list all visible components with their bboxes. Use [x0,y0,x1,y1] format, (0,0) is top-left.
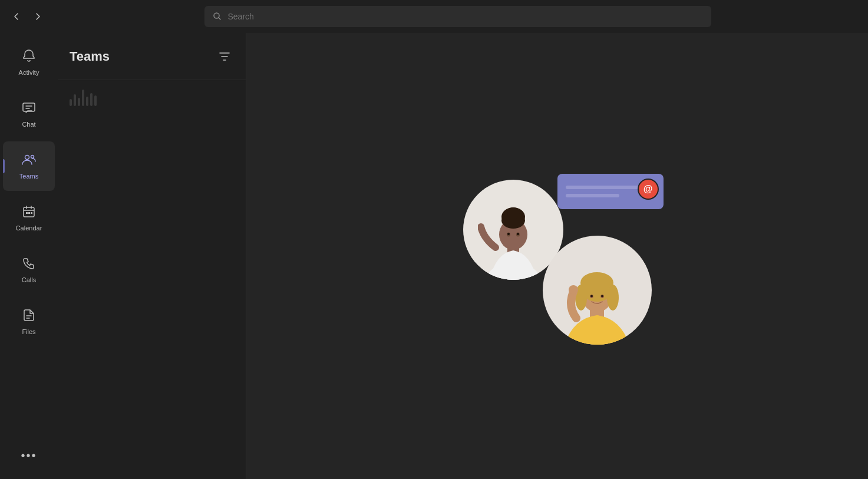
wave-bar [74,94,76,106]
person1-circle [463,180,563,280]
svg-rect-1 [23,103,35,111]
search-bar[interactable] [204,6,711,27]
message-line-2 [566,194,619,197]
sidebar-item-teams[interactable]: Teams [3,141,55,191]
sidebar-item-activity[interactable]: Activity [3,38,55,87]
main-layout: Activity Chat [0,33,868,479]
teams-panel-header: Teams [58,33,246,80]
teams-illustration: @ [445,162,669,351]
wave-bar [86,97,88,106]
sidebar-item-calls[interactable]: Calls [3,245,55,295]
calls-icon [22,256,36,274]
waveform-area [58,80,246,115]
svg-point-31 [607,285,619,310]
activity-icon [22,49,36,67]
svg-point-4 [25,156,29,160]
message-card: @ [557,174,664,209]
sidebar-item-files-label: Files [22,328,35,335]
search-input[interactable] [228,12,703,21]
wave-bar [78,98,80,106]
sidebar-item-chat-label: Chat [22,121,35,128]
teams-panel-title: Teams [70,49,110,64]
svg-point-35 [601,295,603,297]
sidebar-item-teams-label: Teams [19,173,38,180]
sidebar: Activity Chat [0,33,58,479]
svg-rect-12 [31,212,32,214]
at-badge: @ [638,179,659,200]
back-button[interactable] [7,7,26,26]
filter-button[interactable] [215,47,234,66]
sidebar-item-chat[interactable]: Chat [3,90,55,139]
chat-icon [22,101,36,118]
svg-rect-11 [28,212,30,214]
main-content: @ [246,33,868,479]
teams-icon [21,153,37,170]
files-icon [22,308,36,326]
calendar-icon [22,204,36,222]
wave-bar [70,99,72,106]
sidebar-item-files[interactable]: Files [3,297,55,346]
wave-bar [82,90,84,106]
top-bar [0,0,868,33]
svg-point-36 [569,285,578,295]
svg-point-23 [507,233,510,235]
svg-point-34 [590,295,593,297]
svg-rect-10 [26,212,28,214]
svg-point-24 [517,233,519,235]
sidebar-item-calls-label: Calls [22,276,36,283]
svg-point-20 [507,207,519,219]
person2-circle [543,236,652,345]
forward-button[interactable] [28,7,47,26]
more-icon: ••• [21,449,37,463]
sidebar-item-activity-label: Activity [19,69,39,76]
sidebar-item-calendar[interactable]: Calendar [3,193,55,243]
wave-bar [94,95,97,106]
search-icon [213,12,222,21]
sidebar-item-calendar-label: Calendar [16,224,42,232]
teams-panel: Teams [58,33,246,479]
active-indicator [3,159,5,173]
nav-arrows [7,7,47,26]
sidebar-more-button[interactable]: ••• [3,441,55,470]
svg-point-5 [31,156,34,158]
wave-bar [90,93,93,106]
